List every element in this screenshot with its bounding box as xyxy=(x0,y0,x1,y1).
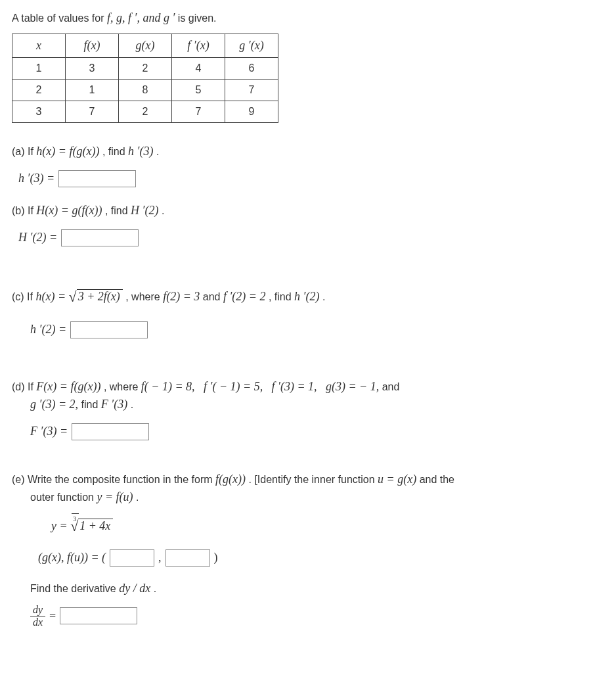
c-cond1: f(2) = 3 xyxy=(163,290,200,303)
table-row: 2 1 8 5 7 xyxy=(12,80,278,101)
e-mid1: . [Identify the inner function xyxy=(248,474,378,485)
d-c2: f ′( − 1) = 5, xyxy=(204,380,263,393)
d-and: and xyxy=(382,381,400,392)
cell: 2 xyxy=(119,58,172,80)
e-dydx-row: dy dx = xyxy=(30,604,604,628)
e-gx-input[interactable] xyxy=(110,549,154,567)
e-line2a: outer function xyxy=(30,492,97,503)
part-e: (e) Write the composite function in the … xyxy=(12,471,604,506)
cell: 1 xyxy=(66,80,119,101)
d-answer-row: F ′(3) = xyxy=(30,423,604,440)
cell: 9 xyxy=(225,101,278,123)
cuberoot-icon: 31 + 4x xyxy=(70,515,113,537)
e-mid2: and the xyxy=(420,474,454,485)
d-mid1: , where xyxy=(104,381,141,392)
sqrt-icon: 3 + 2f(x) xyxy=(69,286,123,308)
c-cond2: f ′(2) = 2 xyxy=(223,290,266,303)
cell: 5 xyxy=(172,80,225,101)
d-c3: f ′(3) = 1, xyxy=(272,380,317,393)
th-fpx: f ′(x) xyxy=(187,39,209,52)
d-expr1: F(x) = f(g(x)) xyxy=(36,380,100,393)
e-comma: , xyxy=(158,549,162,567)
e-find: Find the derivative xyxy=(30,583,119,594)
frac-den: dx xyxy=(30,616,45,628)
e-find-line: Find the derivative dy / dx . xyxy=(30,580,604,597)
c-tail: . xyxy=(322,291,325,302)
c-and1: and xyxy=(203,291,223,302)
d-c1: f( − 1) = 8, xyxy=(141,380,195,393)
a-mid: , find xyxy=(102,146,128,157)
b-answer-row: H ′(2) = xyxy=(18,229,604,246)
th-fx: f(x) xyxy=(84,39,100,52)
d-answer-input[interactable] xyxy=(72,423,149,440)
e-pair-lhs: (g(x), f(u)) = ( xyxy=(38,549,106,567)
b-label: (b) If xyxy=(12,205,36,216)
cell: 6 xyxy=(225,58,278,80)
e-label: (e) Write the composite function in the … xyxy=(12,474,215,485)
e-fu-input[interactable] xyxy=(165,549,210,567)
cell: 2 xyxy=(119,101,172,123)
part-b: (b) If H(x) = g(f(x)) , find H ′(2) . xyxy=(12,202,604,220)
c-target: h ′(2) xyxy=(294,290,319,303)
table-row: 1 3 2 4 6 xyxy=(12,58,278,80)
fraction-dy-dx: dy dx xyxy=(30,604,45,628)
d-ans-lhs: F ′(3) = xyxy=(30,423,68,440)
c-mid2: , find xyxy=(269,291,294,302)
e-form: f(g(x)) xyxy=(215,473,246,486)
e-eq: = xyxy=(49,607,56,625)
part-a: (a) If h(x) = f(g(x)) , find h ′(3) . xyxy=(12,143,604,160)
intro-funcs: f, g, f ′, and g ′ xyxy=(107,11,175,24)
b-answer-input[interactable] xyxy=(61,229,139,246)
e-equation: y = 31 + 4x xyxy=(51,515,604,537)
e-pair-row: (g(x), f(u)) = ( , ) xyxy=(38,549,604,567)
table-row: 3 7 2 7 9 xyxy=(12,101,278,123)
values-table: x f(x) g(x) f ′(x) g ′(x) 1 3 2 4 6 2 1 … xyxy=(12,34,278,123)
c-label: (c) If xyxy=(12,291,35,302)
part-c: (c) If h(x) = 3 + 2f(x) , where f(2) = 3… xyxy=(12,286,604,308)
c-mid1: , where xyxy=(125,291,163,302)
b-mid: , find xyxy=(105,205,131,216)
d-tail: . xyxy=(131,399,133,410)
d-label: (d) If xyxy=(12,381,36,392)
c-answer-row: h ′(2) = xyxy=(30,321,604,338)
c-ans-lhs: h ′(2) = xyxy=(30,321,66,338)
cell: 7 xyxy=(172,101,225,123)
e-close: ) xyxy=(214,549,218,567)
th-gpx: g ′(x) xyxy=(239,39,263,52)
cell: 3 xyxy=(66,58,119,80)
th-gx: g(x) xyxy=(136,39,155,52)
part-d: (d) If F(x) = f(g(x)) , where f( − 1) = … xyxy=(12,378,604,413)
e-outer: y = f(u) xyxy=(97,490,133,503)
e-deriv: dy / dx xyxy=(119,582,150,595)
b-expr2: H ′(2) xyxy=(131,204,158,217)
cell: 4 xyxy=(172,58,225,80)
frac-num: dy xyxy=(30,604,45,616)
d-c4: g(3) = − 1, xyxy=(326,380,379,393)
intro-line: A table of values for f, g, f ′, and g ′… xyxy=(12,9,604,27)
a-ans-lhs: h ′(3) = xyxy=(18,170,55,187)
e-radicand: 1 + 4x xyxy=(78,519,113,532)
d-line2b: find xyxy=(81,399,101,410)
c-answer-input[interactable] xyxy=(70,321,148,338)
a-expr2: h ′(3) xyxy=(128,145,153,158)
e-tail2: . xyxy=(136,492,139,503)
c-radicand: 3 + 2f(x) xyxy=(77,289,123,303)
c-expr-lhs: h(x) = xyxy=(35,290,68,303)
b-tail: . xyxy=(162,205,164,216)
d-line2a: g ′(3) = 2, xyxy=(30,398,78,411)
a-expr1: h(x) = f(g(x)) xyxy=(36,145,99,158)
e-tail3: . xyxy=(154,583,156,594)
e-eq-lhs: y = xyxy=(51,519,70,532)
cell: 7 xyxy=(225,80,278,101)
cell: 1 xyxy=(12,58,66,80)
table-header-row: x f(x) g(x) f ′(x) g ′(x) xyxy=(12,34,278,58)
a-label: (a) If xyxy=(12,146,36,157)
b-ans-lhs: H ′(2) = xyxy=(18,229,57,246)
a-answer-input[interactable] xyxy=(58,170,136,187)
intro-text: A table of values for xyxy=(12,12,107,24)
e-dydx-input[interactable] xyxy=(60,607,137,624)
intro-tail: is given. xyxy=(178,12,217,24)
a-answer-row: h ′(3) = xyxy=(18,170,604,187)
a-tail: . xyxy=(156,146,159,157)
cell: 2 xyxy=(12,80,66,101)
